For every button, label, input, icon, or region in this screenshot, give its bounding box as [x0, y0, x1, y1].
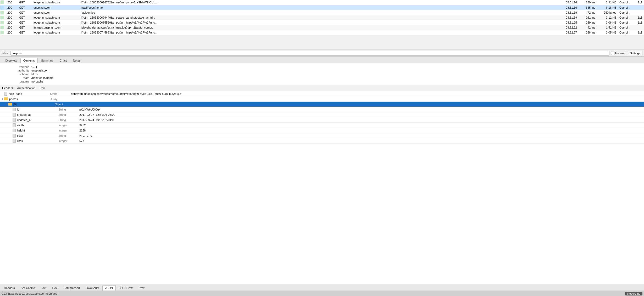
tree-key: height — [16, 129, 58, 132]
tree-row[interactable]: color String #FCFCFC — [0, 133, 644, 138]
detail-tab-summary[interactable]: Summary — [38, 58, 56, 63]
tree-toggle[interactable]: ▼ — [1, 98, 4, 100]
request-field-row: :authorityunsplash.com — [0, 69, 644, 72]
bottom-tab-json-text[interactable]: JSON Text — [116, 285, 135, 290]
tree-row[interactable]: id String pKoKW6UQOuk — [0, 107, 644, 112]
doc-icon — [4, 92, 7, 96]
row-duration: 259 ms — [579, 0, 597, 5]
doc-icon — [13, 134, 16, 138]
row-duration: 42 ms — [579, 25, 597, 30]
filter-label: Filter: — [2, 52, 9, 55]
row-time: 08:51:19 — [558, 10, 579, 15]
row-cache: 1x1 — [636, 20, 644, 25]
sub-tab-raw[interactable]: Raw — [40, 86, 45, 90]
tree-row[interactable]: likes Integer 577 — [0, 138, 644, 144]
row-size: 3.05 KB — [597, 30, 618, 35]
network-table: 200 GET logger.unsplash.com /i?stm=15063… — [0, 0, 644, 35]
network-row[interactable]: 200 GET logger.unsplash.com /i?stm=15063… — [0, 15, 644, 20]
focused-checkbox[interactable] — [611, 52, 614, 55]
bottom-tab-raw[interactable]: Raw — [136, 285, 147, 290]
field-key: :scheme — [0, 73, 31, 76]
bottom-tab-json[interactable]: JSON — [102, 285, 116, 290]
field-key: :path — [0, 76, 31, 79]
tree-toggle[interactable]: ▼ — [5, 103, 8, 106]
tree-row[interactable]: created_at String 2017-02-27T12:51:06-05… — [0, 112, 644, 117]
tree-row[interactable]: height Integer 2168 — [0, 128, 644, 133]
row-status: 200 — [6, 0, 18, 5]
row-time: 08:51:16 — [558, 0, 579, 5]
network-row[interactable]: 200 GET logger.unsplash.com /i?stm=15063… — [0, 0, 644, 5]
focused-checkbox-container: Focused — [611, 52, 626, 55]
bottom-tab-javascript[interactable]: JavaScript — [83, 285, 102, 290]
network-row[interactable]: 200 GET logger.unsplash.com /i?stm=15063… — [0, 30, 644, 35]
row-duration: 258 ms — [579, 30, 597, 35]
row-method: GET — [18, 20, 32, 25]
response-tree[interactable]: next_page String https://api.unsplash.co… — [0, 91, 644, 284]
tree-type: Integer — [58, 124, 79, 127]
sub-tab-authentication[interactable]: Authentication — [17, 86, 36, 90]
tree-value: 2168 — [79, 129, 643, 132]
bottom-tab-text[interactable]: Text — [38, 285, 49, 290]
tree-row[interactable]: ▼ photos Array — [0, 96, 644, 102]
network-row[interactable]: 200 GET images.unsplash.com /placeholder… — [0, 25, 644, 30]
row-method: GET — [18, 25, 32, 30]
tree-key: [0] — [13, 103, 55, 106]
row-cache — [636, 5, 644, 10]
detail-tab-overview[interactable]: Overview — [2, 58, 20, 63]
row-size: 3.06 KB — [597, 20, 618, 25]
tree-key: color — [16, 134, 58, 137]
recording-button[interactable]: Recording — [625, 292, 642, 295]
row-size: 2.91 KB — [597, 0, 618, 5]
row-cache — [636, 25, 644, 30]
row-method: GET — [18, 15, 32, 20]
row-domain: logger.unsplash.com — [32, 15, 79, 20]
focused-label: Focused — [615, 52, 626, 55]
row-time: 08:52:22 — [558, 25, 579, 30]
row-icon — [0, 5, 6, 10]
tree-value: #FCFCFC — [79, 134, 643, 137]
row-domain: unsplash.com — [32, 10, 79, 15]
row-status-text: Compl... — [618, 20, 636, 25]
row-path: /i?stm=1506300745883&e=pp&url=https%3A%2… — [79, 30, 558, 35]
doc-icon — [13, 118, 16, 122]
bottom-tab-headers[interactable]: Headers — [1, 285, 18, 290]
row-method: GET — [18, 30, 32, 35]
row-status-text: Compl... — [618, 10, 636, 15]
network-row[interactable]: 200 GET unsplash.com /napi/feeds/home 08… — [0, 5, 644, 10]
tree-row[interactable]: width Integer 3252 — [0, 123, 644, 128]
row-icon — [0, 0, 6, 5]
bottom-tab-set-cookie[interactable]: Set Cookie — [18, 285, 38, 290]
field-value: https — [31, 73, 38, 76]
sub-tab-headers[interactable]: Headers — [2, 86, 13, 90]
row-path: /napi/feeds/home — [79, 5, 558, 10]
row-status: 200 — [6, 5, 18, 10]
row-icon — [0, 30, 6, 35]
network-row[interactable]: 200 GET unsplash.com /favicon.ico 08:51:… — [0, 10, 644, 15]
settings-button[interactable]: Settings — [628, 51, 642, 55]
sub-tabs: HeadersAuthenticationRaw — [0, 85, 644, 91]
tree-type: Array — [51, 97, 71, 101]
detail-tab-chart[interactable]: Chart — [57, 58, 70, 63]
row-duration: 335 ms — [579, 5, 597, 10]
tree-type: String — [58, 118, 79, 122]
row-icon — [0, 20, 6, 25]
row-status: 200 — [6, 15, 18, 20]
filter-input[interactable] — [10, 51, 610, 56]
detail-tab-notes[interactable]: Notes — [70, 58, 84, 63]
network-row[interactable]: 200 GET logger.unsplash.com /i?stm=15063… — [0, 20, 644, 25]
tree-row[interactable]: ▼ [0] Object — [0, 102, 644, 107]
doc-icon — [13, 113, 16, 117]
tree-row[interactable]: next_page String https://api.unsplash.co… — [0, 91, 644, 96]
tree-row[interactable]: updated_at String 2017-09-24T19:39:02-04… — [0, 117, 644, 123]
tree-value: pKoKW6UQOuk — [79, 108, 643, 111]
tree-key: updated_at — [16, 118, 58, 122]
folder-icon — [8, 103, 12, 106]
row-size: 950 bytes — [597, 10, 618, 15]
bottom-tab-compressed[interactable]: Compressed — [60, 285, 82, 290]
row-domain: unsplash.com — [32, 5, 79, 10]
bottom-tab-hex[interactable]: Hex — [49, 285, 60, 290]
detail-tab-contents[interactable]: Contents — [20, 58, 38, 63]
tree-value: 2017-02-27T12:51:06-05:00 — [79, 113, 643, 116]
row-method: GET — [18, 10, 32, 15]
row-duration: 259 ms — [579, 20, 597, 25]
